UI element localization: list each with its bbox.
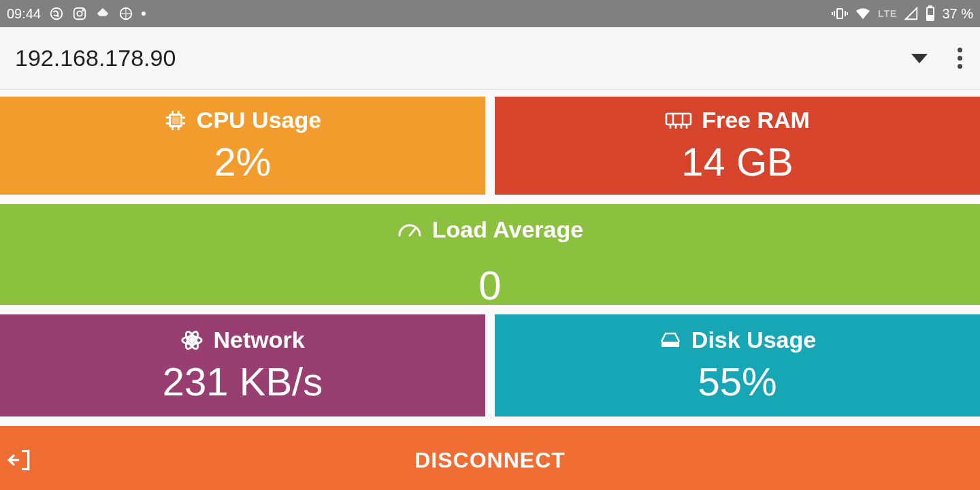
whatsapp-icon: [49, 6, 64, 21]
svg-point-3: [82, 10, 84, 11]
tile-load-average[interactable]: Load Average 0: [0, 204, 980, 305]
svg-point-2: [77, 11, 82, 16]
network-icon: [180, 329, 203, 352]
gauge-icon: [397, 220, 423, 240]
app-toolbar: 192.168.178.90: [0, 27, 980, 90]
tile-disk-usage[interactable]: Disk Usage 55%: [495, 314, 980, 416]
tile-load-label: Load Average: [432, 216, 583, 243]
tile-network-value: 231 KB/s: [163, 359, 323, 404]
svg-point-31: [191, 338, 195, 342]
logout-icon: [7, 446, 34, 474]
cpu-icon: [164, 109, 187, 132]
tile-disk-label: Disk Usage: [691, 327, 816, 353]
vibrate-icon: [832, 5, 848, 22]
disk-icon: [659, 331, 682, 350]
svg-line-30: [410, 229, 415, 235]
tile-cpu-label: CPU Usage: [197, 107, 321, 133]
svg-rect-11: [929, 6, 932, 7]
tile-network-label: Network: [213, 327, 304, 353]
tile-free-ram[interactable]: Free RAM 14 GB: [495, 97, 980, 195]
svg-point-36: [675, 343, 677, 345]
feedly-icon: [95, 6, 110, 21]
instagram-icon: [72, 6, 87, 21]
tile-network[interactable]: Network 231 KB/s: [0, 314, 485, 416]
battery-percent: 37 %: [942, 6, 973, 22]
ram-icon: [665, 111, 692, 130]
tile-cpu-value: 2%: [214, 139, 272, 184]
disconnect-label: DISCONNECT: [0, 448, 980, 473]
svg-rect-23: [666, 114, 691, 125]
tile-disk-value: 55%: [698, 359, 777, 404]
svg-rect-5: [837, 9, 843, 18]
signal-icon: [904, 6, 919, 21]
overflow-menu-icon[interactable]: [955, 45, 965, 71]
tile-ram-label: Free RAM: [702, 107, 810, 133]
more-notifications-dot: [142, 12, 146, 16]
lte-label: LTE: [878, 8, 897, 19]
tile-load-value: 0: [478, 262, 501, 309]
wifi-icon: [855, 5, 871, 22]
tile-ram-value: 14 GB: [681, 139, 793, 184]
disconnect-button[interactable]: DISCONNECT: [0, 426, 980, 490]
svg-rect-12: [928, 16, 933, 20]
status-time: 09:44: [7, 6, 41, 22]
android-status-bar: 09:44 LTE 37 %: [0, 0, 980, 27]
svg-point-0: [51, 8, 63, 20]
dropdown-icon[interactable]: [911, 54, 928, 63]
tile-cpu-usage[interactable]: CPU Usage 2%: [0, 97, 485, 195]
dashboard-grid: CPU Usage 2% Free RAM 14 GB Load Average…: [0, 90, 980, 416]
server-address[interactable]: 192.168.178.90: [15, 45, 176, 71]
app-icon: [118, 6, 133, 21]
svg-rect-14: [173, 117, 179, 123]
battery-icon: [926, 5, 935, 22]
